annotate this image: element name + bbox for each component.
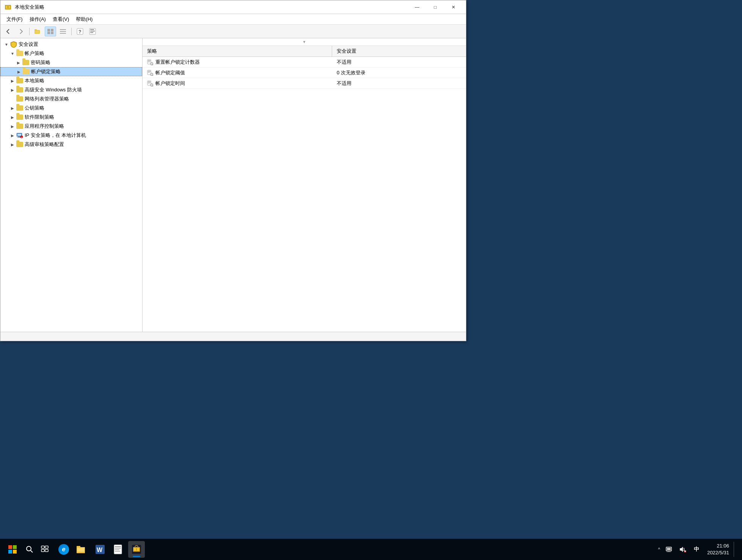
local-policy-toggle[interactable]: ▶: [9, 78, 16, 84]
root-toggle[interactable]: ▼: [3, 41, 9, 47]
tray-show-desktop-button[interactable]: [734, 542, 736, 557]
svg-point-48: [27, 546, 31, 551]
svg-text:W: W: [97, 547, 103, 553]
svg-rect-5: [35, 29, 37, 30]
close-button[interactable]: ✕: [445, 2, 462, 13]
svg-point-36: [151, 73, 153, 75]
policy-name-reset-lockout-text: 重置帐户锁定计数器: [155, 59, 200, 66]
menu-file[interactable]: 文件(F): [3, 15, 26, 24]
public-key-toggle[interactable]: ▶: [9, 105, 16, 111]
root-icon: [10, 41, 17, 48]
policy-row-lockout-duration[interactable]: 帐户锁定时间 不适用: [143, 78, 466, 89]
tree-item-public-key[interactable]: ▶ 公钥策略: [0, 104, 142, 113]
policy-value-lockout-threshold: 0 次无效登录: [332, 69, 466, 76]
svg-rect-44: [8, 545, 12, 549]
tree-item-software-restriction[interactable]: ▶ 软件限制策略: [0, 113, 142, 122]
policy-name-lockout-threshold: 帐户锁定阈值: [143, 69, 332, 76]
ip-security-icon: ✕: [16, 132, 23, 139]
svg-rect-33: [148, 71, 151, 71]
title-bar: 本地安全策略 — □ ✕: [0, 0, 466, 14]
tree-item-app-control[interactable]: ▶ 应用程序控制策略: [0, 122, 142, 131]
maximize-button[interactable]: □: [427, 2, 444, 13]
svg-rect-8: [51, 29, 53, 31]
tree-item-password-policy[interactable]: ▶ 密码策略: [0, 58, 142, 67]
account-policy-toggle[interactable]: ▼: [9, 50, 16, 56]
svg-text:?: ?: [78, 29, 81, 35]
minimize-button[interactable]: —: [408, 2, 426, 13]
taskbar-word-button[interactable]: W: [92, 541, 108, 558]
menu-view[interactable]: 查看(V): [50, 15, 72, 24]
toolbar-back-button[interactable]: [3, 27, 14, 36]
taskbar: e W: [0, 539, 742, 560]
system-tray: ^ 中 21:06 2022: [657, 542, 739, 557]
password-policy-label: 密码策略: [31, 59, 50, 66]
toolbar-list-button[interactable]: [57, 27, 69, 36]
toolbar-showhide-button[interactable]: [45, 27, 56, 36]
column-headers: 策略 安全设置: [143, 46, 466, 57]
tray-time[interactable]: 21:06 2022/5/31: [704, 543, 732, 556]
window-icon: [4, 3, 12, 11]
svg-rect-50: [41, 546, 44, 548]
taskbar-filemanager-button[interactable]: [74, 541, 90, 558]
tray-input-method[interactable]: 中: [690, 542, 703, 557]
app-control-toggle[interactable]: ▶: [9, 123, 16, 129]
windows-firewall-toggle[interactable]: ▶: [9, 87, 16, 93]
account-policy-icon: [16, 50, 23, 57]
tray-clock: 21:06: [717, 543, 729, 549]
tree-panel: ▼ 安全设置 ▼ 帐户策略 ▶: [0, 38, 143, 332]
menu-help[interactable]: 帮助(H): [73, 15, 96, 24]
taskbar-secpol-button[interactable]: [128, 541, 145, 558]
ie-icon: e: [58, 544, 69, 555]
ip-security-label: IP 安全策略，在 本地计算机: [25, 132, 86, 139]
tree-item-windows-firewall[interactable]: ▶ 高级安全 Windows 防火墙: [0, 85, 142, 94]
password-policy-toggle[interactable]: ▶: [16, 60, 22, 66]
tree-item-advanced-audit[interactable]: ▶ 高级审核策略配置: [0, 140, 142, 149]
toolbar-forward-button[interactable]: [15, 27, 27, 36]
svg-rect-62: [115, 549, 119, 550]
policy-row-lockout-threshold[interactable]: 帐户锁定阈值 0 次无效登录: [143, 67, 466, 78]
svg-rect-11: [60, 29, 66, 30]
password-policy-icon: [22, 59, 29, 66]
toolbar: ?: [0, 25, 466, 38]
svg-rect-55: [77, 546, 80, 547]
tree-item-network-list[interactable]: ▶ 网络列表管理器策略: [0, 94, 142, 104]
svg-line-43: [153, 86, 153, 86]
taskbar-task-view-button[interactable]: [37, 542, 52, 557]
tree-item-account-policy[interactable]: ▼ 帐户策略: [0, 49, 142, 58]
tree-item-root[interactable]: ▼ 安全设置: [0, 40, 142, 49]
ip-security-toggle[interactable]: ▶: [9, 132, 16, 138]
menu-action[interactable]: 操作(A): [27, 15, 49, 24]
toolbar-help-button[interactable]: ?: [74, 27, 86, 36]
advanced-audit-toggle[interactable]: ▶: [9, 141, 16, 147]
software-restriction-toggle[interactable]: ▶: [9, 114, 16, 120]
svg-line-31: [153, 64, 153, 65]
svg-rect-27: [148, 60, 151, 61]
taskbar-notepad-button[interactable]: [110, 541, 127, 558]
tray-expand-button[interactable]: ^: [657, 545, 662, 554]
svg-rect-18: [90, 31, 95, 31]
taskbar-ie-button[interactable]: e: [55, 541, 72, 558]
tree-item-local-policy[interactable]: ▶ 本地策略: [0, 76, 142, 85]
column-header-policy[interactable]: 策略: [143, 46, 332, 56]
public-key-icon: [16, 105, 23, 111]
policy-name-lockout-threshold-text: 帐户锁定阈值: [155, 69, 185, 76]
software-restriction-icon: [16, 114, 23, 121]
svg-rect-63: [115, 551, 120, 552]
tray-network-icon[interactable]: [663, 542, 675, 557]
start-button[interactable]: [3, 540, 22, 559]
svg-rect-68: [136, 549, 137, 551]
account-lockout-toggle[interactable]: ▶: [16, 69, 22, 75]
tree-item-ip-security[interactable]: ▶ ✕ IP 安全策略，在 本地计算机: [0, 131, 142, 140]
svg-rect-22: [18, 136, 20, 137]
tree-item-account-lockout[interactable]: ▶ 帐户锁定策略: [0, 67, 142, 76]
column-header-setting[interactable]: 安全设置: [332, 46, 466, 56]
policy-icon-2: [147, 70, 153, 76]
svg-rect-12: [60, 31, 66, 32]
tray-volume-icon[interactable]: [677, 542, 689, 557]
toolbar-folder-button[interactable]: [32, 27, 44, 36]
svg-line-49: [31, 551, 33, 552]
policy-row-reset-lockout[interactable]: 重置帐户锁定计数器 不适用: [143, 57, 466, 67]
taskbar-search-button[interactable]: [22, 542, 37, 557]
toolbar-properties-button[interactable]: [87, 27, 98, 36]
windows-firewall-icon: [16, 86, 23, 93]
